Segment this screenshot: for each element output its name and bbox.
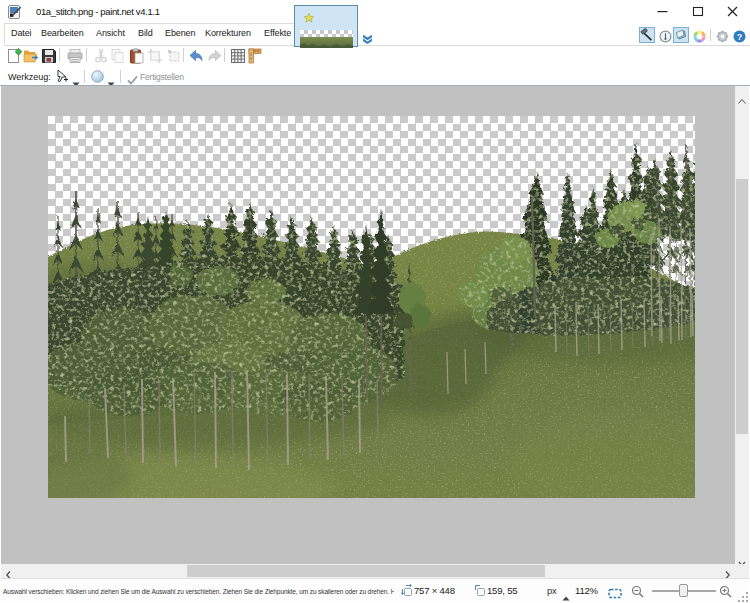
svg-text:?: ?	[737, 32, 743, 42]
